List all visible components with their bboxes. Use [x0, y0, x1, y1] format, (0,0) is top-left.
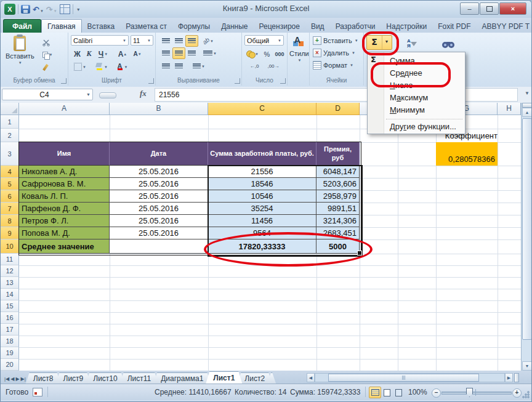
scroll-down-button[interactable]: ▼: [522, 361, 532, 371]
expand-formula-bar-icon[interactable]: ▼: [525, 90, 530, 96]
column-header-C[interactable]: C: [208, 103, 316, 115]
normal-view-button[interactable]: [369, 387, 381, 398]
dialog-launcher-icon[interactable]: [280, 78, 286, 84]
cell-C8[interactable]: 11456: [208, 215, 316, 227]
align-bottom-button[interactable]: [185, 35, 198, 47]
row-header-20[interactable]: 20: [1, 359, 19, 371]
insert-function-icon[interactable]: fx: [140, 89, 147, 98]
cell-B6[interactable]: 25.05.2016: [110, 190, 208, 203]
cell-A6[interactable]: Коваль Л. П.: [19, 190, 110, 203]
copy-button[interactable]: ▼: [39, 49, 56, 61]
cell-D10[interactable]: 5000: [316, 239, 360, 254]
cell-C3[interactable]: Сумма заработной платы, руб.: [208, 142, 316, 166]
split-handle[interactable]: [522, 103, 532, 108]
paste-button[interactable]: Вставить ▼: [6, 36, 34, 65]
sheet-tab-list11[interactable]: Лист11: [120, 372, 159, 384]
page-layout-view-button[interactable]: [381, 387, 393, 398]
resize-grip[interactable]: [522, 391, 530, 398]
comma-style-button[interactable]: 000: [272, 48, 287, 60]
page-break-view-button[interactable]: [392, 387, 405, 398]
autosum-button[interactable]: Σ ▼: [366, 35, 392, 50]
first-sheet-icon[interactable]: |◀: [4, 376, 9, 382]
fill-handle[interactable]: [357, 251, 362, 255]
cell-D7[interactable]: 9891,51: [316, 203, 360, 215]
cell-D4[interactable]: 6048,147: [316, 166, 360, 178]
cell-B5[interactable]: 25.05.2016: [110, 178, 208, 190]
tab-insert[interactable]: Вставка: [82, 20, 121, 33]
sheet-tab-list10[interactable]: Лист10: [86, 372, 124, 384]
sheet-tab-diagramma1[interactable]: Диаграмма1: [153, 372, 211, 384]
cell-A4[interactable]: Николаев А. Д.: [19, 166, 110, 178]
select-all-corner[interactable]: [1, 103, 19, 115]
font-size-select[interactable]: 11▼: [131, 35, 153, 46]
cell-G3[interactable]: 0,280578366: [436, 142, 498, 166]
column-header-H[interactable]: H: [498, 103, 521, 115]
row-header-19[interactable]: 19: [1, 347, 19, 359]
find-select-button[interactable]: [437, 35, 460, 52]
tab-abbyy[interactable]: ABBYY PDF T: [477, 20, 532, 33]
tab-addins[interactable]: Надстройки: [381, 20, 432, 33]
decrease-decimal-button[interactable]: ,00→: [264, 60, 283, 72]
align-center-button[interactable]: [172, 47, 185, 59]
orientation-button[interactable]: ab▼: [200, 35, 216, 47]
sheet-tab-list2[interactable]: Лист2: [237, 372, 272, 384]
menu-item-sum[interactable]: Сумма: [368, 54, 465, 66]
cell-C7[interactable]: 35254: [208, 203, 316, 215]
chevron-down-icon[interactable]: ▼: [86, 92, 92, 97]
cell-B7[interactable]: 25.05.2016: [110, 203, 208, 215]
cell-B3[interactable]: Дата: [110, 142, 208, 166]
row-header-14[interactable]: 14: [1, 289, 19, 300]
format-cells-button[interactable]: Формат▼: [313, 60, 353, 70]
row-header-5[interactable]: 5: [1, 178, 19, 190]
zoom-out-button[interactable]: –: [432, 388, 441, 398]
styles-button[interactable]: A Стили ▼: [289, 36, 309, 62]
row-header-4[interactable]: 4: [1, 166, 19, 178]
vertical-scroll-thumb[interactable]: [522, 118, 532, 340]
row-header-15[interactable]: 15: [1, 300, 19, 312]
dialog-launcher-icon[interactable]: [148, 78, 154, 84]
sheet-tab-list8[interactable]: Лист8: [26, 372, 61, 384]
cell-C5[interactable]: 18546: [208, 178, 316, 190]
row-header-13[interactable]: 13: [1, 277, 19, 289]
row-header-9[interactable]: 9: [1, 227, 19, 239]
number-format-select[interactable]: Общий▼: [244, 35, 284, 46]
tab-review[interactable]: Рецензирое: [253, 20, 305, 33]
tab-developer[interactable]: Разработчи: [330, 20, 381, 33]
macro-record-icon[interactable]: [33, 388, 42, 396]
cell-A7[interactable]: Парфенов Д. Ф.: [19, 203, 110, 215]
cell-B4[interactable]: 25.05.2016: [110, 166, 208, 178]
menu-item-average[interactable]: Среднее: [368, 66, 465, 79]
fill-color-button[interactable]: ▼: [92, 61, 111, 73]
menu-item-min[interactable]: Минимум: [368, 103, 465, 116]
increase-decimal-button[interactable]: ←,0: [246, 60, 263, 72]
cell-A10[interactable]: Среднее значение: [19, 239, 110, 254]
underline-button[interactable]: Ч▼: [95, 48, 111, 60]
horizontal-scroll-thumb[interactable]: [328, 374, 479, 382]
row-header-1[interactable]: 1: [1, 115, 19, 129]
shrink-font-button[interactable]: А▼: [130, 48, 145, 60]
row-header-3[interactable]: 3: [1, 142, 19, 166]
menu-item-max[interactable]: Максимум: [368, 91, 465, 103]
sort-filter-button[interactable]: АЯ: [401, 35, 423, 52]
cell-C9[interactable]: 9564: [208, 227, 316, 239]
cell-C6[interactable]: 10546: [208, 190, 316, 203]
row-header-18[interactable]: 18: [1, 336, 19, 347]
row-header-10[interactable]: 10: [1, 239, 19, 254]
scroll-up-button[interactable]: ▲: [522, 108, 532, 117]
zoom-slider-track[interactable]: [441, 392, 512, 395]
cell-B9[interactable]: 25.05.2016: [110, 227, 208, 239]
maximize-button[interactable]: [480, 2, 499, 15]
tab-page-layout[interactable]: Разметка ст: [120, 20, 172, 33]
format-painter-button[interactable]: [39, 61, 52, 73]
font-name-select[interactable]: Calibri▼: [71, 35, 129, 46]
row-header-2[interactable]: 2: [1, 129, 19, 142]
chevron-down-icon[interactable]: ▼: [382, 36, 391, 49]
increase-indent-button[interactable]: [172, 60, 185, 72]
tab-split-handle[interactable]: [514, 373, 519, 382]
row-header-6[interactable]: 6: [1, 190, 19, 203]
dialog-launcher-icon[interactable]: [235, 78, 240, 84]
row-header-8[interactable]: 8: [1, 215, 19, 227]
cell-B8[interactable]: 25.05.2016: [110, 215, 208, 227]
zoom-slider-thumb[interactable]: [466, 388, 473, 397]
cell-D3[interactable]: Премия, руб: [316, 142, 360, 166]
